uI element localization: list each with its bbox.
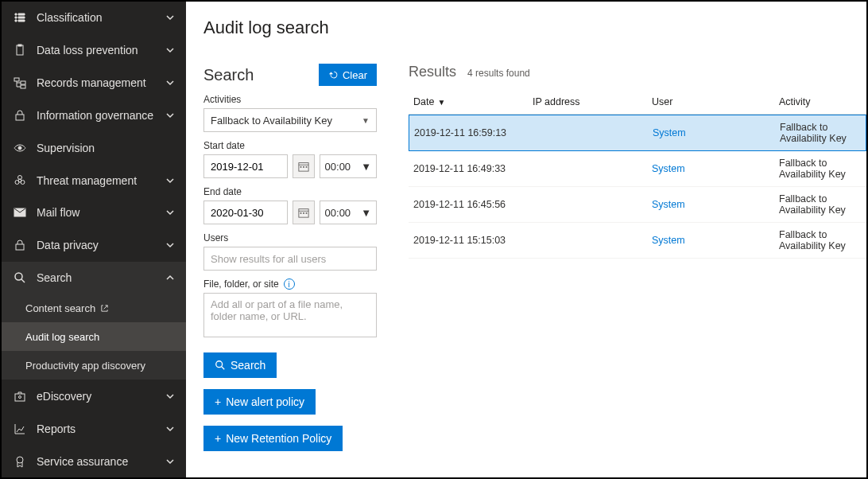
svg-rect-2 — [14, 78, 19, 81]
file-input[interactable] — [203, 293, 377, 337]
calendar-icon — [298, 161, 309, 172]
svg-rect-12 — [16, 244, 24, 250]
start-time-select[interactable]: 00:00 ▼ — [320, 154, 377, 178]
cell-activity: Fallback to Availability Key — [779, 229, 862, 251]
svg-point-6 — [18, 146, 21, 150]
svg-rect-20 — [300, 166, 301, 168]
table-row[interactable]: 2019-12-11 16:49:33SystemFallback to Ava… — [409, 151, 866, 187]
nav-item-classification[interactable]: Classification — [2, 2, 186, 34]
svg-rect-27 — [305, 212, 307, 214]
nav-label: Threat management — [37, 174, 165, 187]
chevron-down-icon — [165, 176, 175, 185]
svg-rect-3 — [21, 81, 25, 84]
chart-icon — [13, 422, 27, 436]
search-icon — [215, 360, 226, 371]
new-alert-policy-button[interactable]: + New alert policy — [203, 389, 316, 415]
undo-icon — [328, 69, 339, 80]
sidebar: ClassificationData loss preventionRecord… — [2, 2, 186, 477]
end-time-select[interactable]: 00:00 ▼ — [320, 201, 377, 224]
calendar-icon — [298, 207, 309, 218]
nav-item-information-governance[interactable]: Information governance — [2, 99, 186, 131]
svg-point-17 — [17, 457, 23, 463]
nav-item-ediscovery[interactable]: eDiscovery — [2, 380, 186, 412]
cell-activity: Fallback to Availability Key — [779, 193, 862, 216]
info-icon[interactable]: i — [284, 278, 295, 290]
col-date[interactable]: Date▼ — [413, 96, 533, 107]
cell-user[interactable]: System — [652, 235, 779, 246]
nav-label: Data loss prevention — [37, 44, 165, 56]
users-input[interactable] — [203, 247, 377, 271]
external-link-icon — [100, 304, 109, 313]
cell-user[interactable]: System — [652, 199, 779, 210]
main-content: Audit log search Need to find out if a u… — [186, 2, 866, 477]
chevron-down-icon — [165, 78, 175, 88]
table-row[interactable]: 2019-12-11 15:15:03SystemFallback to Ava… — [409, 223, 866, 259]
cell-activity: Fallback to Availability Key — [780, 122, 861, 144]
chevron-down-icon — [165, 13, 175, 22]
clipboard-icon — [13, 43, 27, 57]
nav-sub-audit-log-search[interactable]: Audit log search — [2, 322, 186, 351]
results-header-row: Date▼ IP address User Activity — [409, 90, 866, 115]
svg-rect-22 — [305, 166, 307, 168]
start-date-input[interactable] — [211, 161, 281, 173]
caret-down-icon: ▼ — [362, 116, 370, 125]
nav-sub-label: Audit log search — [25, 331, 99, 343]
nav-item-supervision[interactable]: Supervision — [2, 131, 186, 164]
end-date-input[interactable] — [211, 207, 281, 219]
nav-item-records-management[interactable]: Records management — [2, 67, 186, 99]
nav-item-search[interactable]: Search — [2, 262, 186, 294]
lock-icon — [13, 238, 27, 252]
clear-button[interactable]: Clear — [319, 64, 377, 86]
search-button[interactable]: Search — [203, 352, 277, 378]
col-activity[interactable]: Activity — [779, 96, 862, 107]
cell-user[interactable]: System — [653, 127, 780, 138]
nav-item-reports[interactable]: Reports — [2, 412, 186, 445]
nav-sub-productivity-app-discovery[interactable]: Productivity app discovery — [2, 351, 186, 380]
plus-icon: + — [215, 395, 221, 408]
svg-point-13 — [15, 273, 22, 280]
search-title: Search — [203, 66, 254, 84]
svg-rect-4 — [21, 85, 25, 88]
table-row[interactable]: 2019-12-11 16:59:13SystemFallback to Ava… — [409, 115, 866, 151]
svg-rect-0 — [17, 45, 23, 55]
nav-sub-content-search[interactable]: Content search — [2, 294, 186, 322]
end-date-input-wrap — [203, 201, 288, 224]
nav-label: Classification — [37, 11, 165, 24]
chevron-down-icon — [165, 240, 175, 250]
caret-down-icon: ▼ — [361, 207, 371, 219]
nav-label: Information governance — [37, 109, 165, 122]
nav-item-mail-flow[interactable]: Mail flow — [2, 197, 186, 229]
list-icon — [13, 10, 27, 25]
plus-icon: + — [215, 432, 221, 445]
cell-user[interactable]: System — [652, 163, 779, 174]
col-user[interactable]: User — [652, 96, 779, 107]
results-count: 4 results found — [467, 68, 530, 79]
cell-date: 2019-12-11 16:49:33 — [413, 163, 533, 174]
nav-item-service-assurance[interactable]: Service assurance — [2, 445, 186, 477]
svg-rect-15 — [15, 394, 25, 401]
svg-rect-21 — [303, 166, 304, 168]
nav-item-data-loss-prevention[interactable]: Data loss prevention — [2, 34, 186, 67]
nav-label: eDiscovery — [37, 390, 165, 403]
nav-item-threat-management[interactable]: Threat management — [2, 164, 186, 197]
chevron-down-icon — [165, 391, 175, 401]
nav-item-data-privacy[interactable]: Data privacy — [2, 229, 186, 262]
start-date-calendar-button[interactable] — [293, 154, 315, 178]
activities-dropdown[interactable]: Fallback to Availability Key ▼ — [203, 108, 377, 132]
svg-line-29 — [222, 367, 225, 370]
users-label: Users — [203, 232, 377, 243]
col-ip[interactable]: IP address — [533, 96, 652, 107]
nav-label: Reports — [37, 423, 165, 435]
chevron-down-icon — [165, 424, 175, 434]
nav-subgroup: Content searchAudit log searchProductivi… — [2, 294, 186, 380]
file-label: File, folder, or site i — [203, 278, 377, 290]
table-row[interactable]: 2019-12-11 16:45:56SystemFallback to Ava… — [409, 187, 866, 223]
folder-tree-icon — [13, 76, 27, 90]
new-retention-policy-button[interactable]: + New Retention Policy — [203, 426, 343, 451]
mail-icon — [13, 205, 27, 220]
start-date-input-wrap — [203, 154, 288, 178]
svg-rect-25 — [300, 212, 301, 214]
end-date-calendar-button[interactable] — [293, 201, 315, 224]
nav-sub-label: Content search — [25, 302, 95, 314]
chevron-up-icon — [165, 273, 175, 282]
